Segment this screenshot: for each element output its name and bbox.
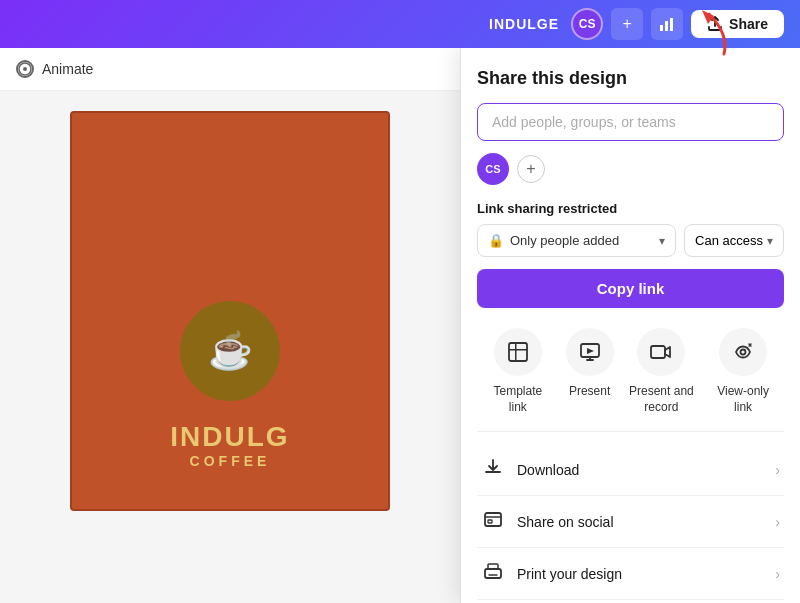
svg-rect-14 [488,520,492,523]
canvas-area: ☕ INDULG COFFEE [0,91,460,531]
brand-indulge: INDULG [170,421,289,453]
share-social-menu-item[interactable]: Share on social › [477,496,784,548]
share-social-chevron: › [775,514,780,530]
present-record-action[interactable]: Present and record [627,328,695,415]
animate-text: Animate [42,61,93,77]
brand-coffee: COFFEE [190,453,271,469]
svg-marker-10 [587,348,594,354]
copy-link-button[interactable]: Copy link [477,269,784,308]
link-controls: 🔒 Only people added ▾ Can access ▾ [477,224,784,257]
people-search-input[interactable] [477,103,784,141]
print-label: Print your design [517,566,763,582]
user-row: CS + [477,153,784,185]
share-button[interactable]: Share [691,10,784,38]
share-social-icon [481,509,505,534]
view-only-label: View-only link [709,384,777,415]
link-option-text: Only people added [510,233,653,248]
brand-name: INDULGE [489,16,559,32]
present-record-label: Present and record [627,384,695,415]
animate-icon [16,60,34,78]
svg-rect-0 [660,25,663,31]
quick-actions: Template link Present [477,324,784,419]
plus-button[interactable]: + [611,8,643,40]
svg-point-12 [741,350,746,355]
print-menu-item[interactable]: Print your design › [477,548,784,600]
print-icon [481,561,505,586]
download-menu-item[interactable]: Download › [477,444,784,496]
template-link-icon [494,328,542,376]
download-chevron: › [775,462,780,478]
svg-rect-6 [509,343,527,361]
coffee-icon: ☕ [208,330,253,372]
link-restriction-dropdown[interactable]: 🔒 Only people added ▾ [477,224,676,257]
access-option-text: Can access [695,233,763,248]
access-chevron: ▾ [767,234,773,248]
main-area: Animate ☕ INDULG COFFEE Share this desig… [0,48,800,603]
link-sharing-label: Link sharing restricted [477,201,784,216]
present-record-icon [637,328,685,376]
download-icon [481,457,505,482]
download-label: Download [517,462,763,478]
topbar: INDULGE CS + Share [0,0,800,48]
animate-label-bar: Animate [0,48,460,91]
template-link-label: Template link [484,384,552,415]
add-user-button[interactable]: + [517,155,545,183]
template-link-action[interactable]: Template link [484,328,552,415]
design-preview: ☕ INDULG COFFEE [70,111,390,511]
coffee-circle: ☕ [180,301,280,401]
analytics-button[interactable] [651,8,683,40]
lock-icon: 🔒 [488,233,504,248]
svg-point-5 [23,67,27,71]
svg-rect-1 [665,21,668,31]
svg-rect-2 [670,18,673,31]
share-panel-title: Share this design [477,68,784,89]
link-dropdown-chevron: ▾ [659,234,665,248]
svg-rect-11 [651,346,665,358]
view-only-icon [719,328,767,376]
svg-rect-8 [515,343,517,361]
access-dropdown[interactable]: Can access ▾ [684,224,784,257]
left-panel: Animate ☕ INDULG COFFEE [0,48,460,603]
share-button-label: Share [729,16,768,32]
current-user-avatar: CS [477,153,509,185]
share-social-label: Share on social [517,514,763,530]
svg-rect-13 [485,513,501,526]
svg-rect-15 [485,569,501,578]
present-action[interactable]: Present [566,328,614,415]
user-avatar[interactable]: CS [571,8,603,40]
present-icon [566,328,614,376]
share-panel: Share this design CS + Link sharing rest… [460,48,800,603]
print-chevron: › [775,566,780,582]
present-label: Present [569,384,610,400]
link-section: Link sharing restricted 🔒 Only people ad… [477,201,784,257]
divider-1 [477,431,784,432]
view-only-action[interactable]: View-only link [709,328,777,415]
svg-rect-7 [509,349,527,351]
